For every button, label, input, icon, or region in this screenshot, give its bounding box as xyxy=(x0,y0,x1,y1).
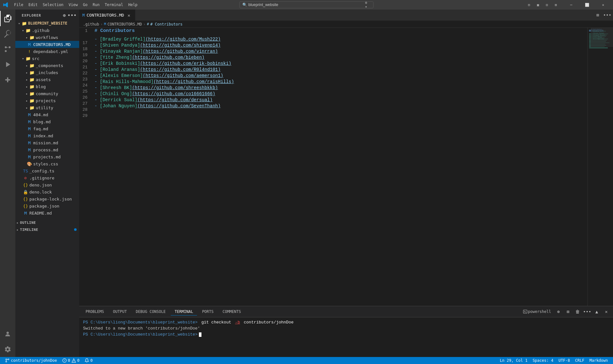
code-line-1: # Contributors xyxy=(95,28,587,34)
activity-extensions[interactable] xyxy=(0,72,15,87)
activity-settings[interactable] xyxy=(0,342,15,357)
terminal-more-btn[interactable]: ••• xyxy=(583,307,591,316)
breadcrumb-heading[interactable]: # Contributors xyxy=(150,22,183,27)
layout-btn[interactable]: ⊞ xyxy=(552,1,560,9)
new-file-btn[interactable]: ⊕ xyxy=(61,12,68,19)
terminal-tab-ports[interactable]: PORTS xyxy=(198,308,217,315)
maximize-btn[interactable]: ⬜ xyxy=(580,0,594,10)
sidebar: EXPLORER ⊕ ••• ▾ 📁 BLUEPRINT_WEBSITE ▾ 📁… xyxy=(15,10,79,357)
split-editor-btn[interactable]: ⊞ xyxy=(593,11,602,19)
tree-assets[interactable]: ▸ 📁 assets xyxy=(15,76,79,83)
status-branch[interactable]: contributors/johnDoe xyxy=(3,357,60,364)
svg-point-2 xyxy=(5,46,7,48)
terminal-tab-problems[interactable]: PROBLEMS xyxy=(82,308,108,315)
tree-process-md[interactable]: M process.md xyxy=(15,146,79,153)
code-line-21: - [Erik Bobinski](https://github.com/eri… xyxy=(95,61,587,67)
tree-workflows[interactable]: ▸ 📁 workflows xyxy=(15,34,79,41)
tree-deno-json[interactable]: {} deno.json xyxy=(15,181,79,188)
tree-contributors-md[interactable]: M CONTRIBUTORS.MD xyxy=(15,41,79,48)
tree-projects-md[interactable]: M projects.md xyxy=(15,153,79,160)
tree-package-lock[interactable]: {} package-lock.json xyxy=(15,195,79,202)
terminal-split-btn[interactable]: ⊞ xyxy=(564,307,572,316)
activity-source-control[interactable] xyxy=(0,42,15,57)
tree-github[interactable]: ▾ 📁 .github xyxy=(15,27,79,34)
activity-search[interactable] xyxy=(0,26,15,42)
tree-includes[interactable]: ▸ 📁 _includes xyxy=(15,69,79,76)
status-errors-label: 0 xyxy=(68,358,70,363)
code-editor[interactable]: 1 . 17 18 19 20 21 22 23 24 25 26 27 28 … xyxy=(79,28,587,306)
tree-index-md[interactable]: M index.md xyxy=(15,132,79,139)
tree-styles-css[interactable]: 🎨 styles.css xyxy=(15,160,79,167)
menu-file[interactable]: File xyxy=(11,2,26,8)
breadcrumb-github[interactable]: .github xyxy=(83,22,99,27)
minimap[interactable]: # Contributors - [Bradley Griffel] - [Sh… xyxy=(587,28,613,306)
tree-package-json[interactable]: {} package.json xyxy=(15,202,79,209)
editor-layout-btn[interactable]: ⊟ xyxy=(525,1,533,9)
menu-run[interactable]: Run xyxy=(90,2,102,8)
svg-point-12 xyxy=(64,361,64,361)
svg-point-6 xyxy=(6,361,7,362)
terminal-chevron-up-btn[interactable]: ▲ xyxy=(593,307,601,316)
outline-section-header[interactable]: ▸ OUTLINE xyxy=(15,219,79,226)
close-btn[interactable]: ✕ xyxy=(596,0,610,10)
tree-dependabot[interactable]: ! dependabot.yml xyxy=(15,48,79,55)
tree-root[interactable]: ▾ 📁 BLUEPRINT_WEBSITE xyxy=(15,20,79,27)
tab-contributors-md[interactable]: M CONTRIBUTORS.MD ✕ xyxy=(79,10,135,21)
more-options-btn[interactable]: ••• xyxy=(69,12,75,19)
code-line-26: - [Chinli Ong](https://github.com/co1666… xyxy=(95,91,587,97)
menu-edit[interactable]: Edit xyxy=(26,2,40,8)
global-search-input[interactable] xyxy=(248,3,364,7)
tree-blog[interactable]: ▸ 📁 blog xyxy=(15,83,79,90)
terminal-trash-btn[interactable]: 🗑 xyxy=(573,307,582,316)
activity-run[interactable] xyxy=(0,57,15,72)
status-cursor-pos[interactable]: Ln 29, Col 1 xyxy=(497,357,530,364)
status-language[interactable]: Markdown xyxy=(587,357,610,364)
terminal-close-btn[interactable]: ✕ xyxy=(602,307,610,316)
menu-terminal[interactable]: Terminal xyxy=(102,2,126,8)
terminal-tab-debug-console[interactable]: DEBUG CONSOLE xyxy=(132,308,170,315)
breadcrumb-contributors-md[interactable]: CONTRIBUTORS.MD xyxy=(107,22,142,27)
tree-projects[interactable]: ▸ 📁 projects xyxy=(15,97,79,104)
status-spaces[interactable]: Spaces: 4 xyxy=(530,357,556,364)
terminal-tab-comments[interactable]: COMMENTS xyxy=(219,308,245,315)
status-encoding[interactable]: UTF-8 xyxy=(556,357,572,364)
tree-components[interactable]: ▸ 📁 _components xyxy=(15,62,79,69)
panel-toggle-btn[interactable]: ⊡ xyxy=(543,1,551,9)
terminal-add-btn[interactable]: ⊕ xyxy=(554,307,563,316)
menu-help[interactable]: Help xyxy=(126,2,140,8)
menu-selection[interactable]: Selection xyxy=(40,2,66,8)
global-search-bar[interactable]: 🔍 ⚙ ▾ xyxy=(239,1,374,8)
activity-explorer[interactable] xyxy=(0,11,15,26)
terminal-content[interactable]: PS C:\Users\liong\Documents\blueprint_we… xyxy=(79,317,613,357)
tree-utility[interactable]: ▸ 📁 utility xyxy=(15,104,79,111)
tree-deno-lock[interactable]: 🔒 deno.lock xyxy=(15,188,79,195)
sidebar-toggle-btn[interactable]: ▣ xyxy=(534,1,542,9)
activity-bar xyxy=(0,10,15,357)
timeline-section-header[interactable]: ▸ TIMELINE xyxy=(15,226,79,233)
tree-tsconfig[interactable]: TS _config.ts xyxy=(15,167,79,174)
tree-404-md[interactable]: M 404.md xyxy=(15,111,79,118)
sidebar-header-icons: ⊕ ••• xyxy=(61,12,75,19)
terminal-tab-output[interactable]: OUTPUT xyxy=(109,308,131,315)
minimize-btn[interactable]: ─ xyxy=(564,0,579,10)
menu-view[interactable]: View xyxy=(66,2,80,8)
menu-go[interactable]: Go xyxy=(80,2,90,8)
tab-label: CONTRIBUTORS.MD xyxy=(87,13,124,18)
code-line-20: - [Yite Zheng](https://github.com/bieben… xyxy=(95,55,587,61)
terminal-cmd-branch: contributors/johnDoe xyxy=(241,320,294,325)
status-line-ending[interactable]: CRLF xyxy=(572,357,587,364)
tree-faq-md[interactable]: M faq.md xyxy=(15,125,79,132)
breadcrumb: .github › M CONTRIBUTORS.MD › # # Contri… xyxy=(79,21,613,28)
activity-profile[interactable] xyxy=(0,326,15,342)
terminal-tab-terminal[interactable]: TERMINAL xyxy=(171,308,197,315)
tree-readme[interactable]: M README.md xyxy=(15,209,79,216)
tree-community[interactable]: ▸ 📁 community xyxy=(15,90,79,97)
more-actions-btn[interactable]: ••• xyxy=(603,11,612,19)
tab-close-btn[interactable]: ✕ xyxy=(126,12,132,18)
tree-gitignore[interactable]: ⊘ .gitignore xyxy=(15,174,79,181)
tree-blog-md[interactable]: M blog.md xyxy=(15,118,79,125)
status-errors[interactable]: 0 0 xyxy=(60,357,82,364)
tree-mission-md[interactable]: M mission.md xyxy=(15,139,79,146)
status-notifications[interactable]: 0 xyxy=(82,357,95,364)
tree-src[interactable]: ▾ 📁 src xyxy=(15,55,79,62)
